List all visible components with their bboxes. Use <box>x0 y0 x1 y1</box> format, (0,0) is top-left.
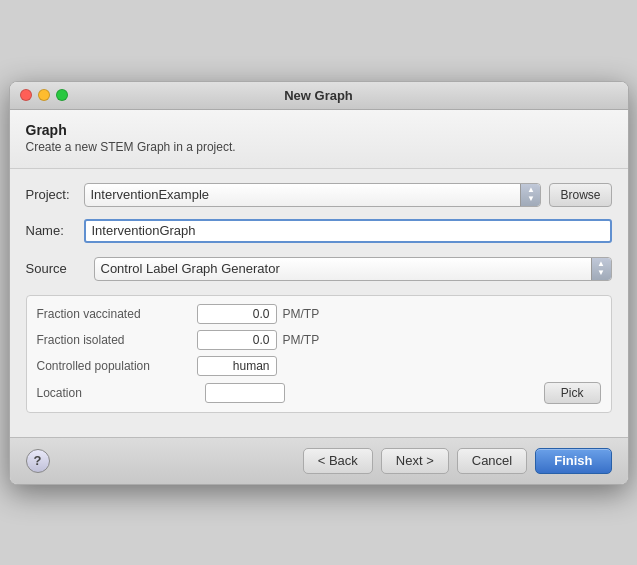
name-input[interactable] <box>84 219 612 243</box>
source-combo-up-icon: ▲ <box>597 260 605 268</box>
fraction-vaccinated-row: Fraction vaccinated PM/TP <box>37 304 601 324</box>
project-row: Project: InterventionExample ▲ ▼ Browse <box>26 183 612 207</box>
controlled-population-label: Controlled population <box>37 359 197 373</box>
cancel-button[interactable]: Cancel <box>457 448 527 474</box>
traffic-lights <box>20 89 68 101</box>
next-button[interactable]: Next > <box>381 448 449 474</box>
fraction-vaccinated-input[interactable] <box>197 304 277 324</box>
source-combo-value: Control Label Graph Generator <box>101 261 587 276</box>
browse-button[interactable]: Browse <box>549 183 611 207</box>
new-graph-dialog: New Graph Graph Create a new STEM Graph … <box>9 81 629 485</box>
project-combo-arrows: ▲ ▼ <box>520 184 540 206</box>
header-subtitle: Create a new STEM Graph in a project. <box>26 140 612 154</box>
finish-button[interactable]: Finish <box>535 448 611 474</box>
source-row: Source Control Label Graph Generator ▲ ▼ <box>26 257 612 281</box>
header-section-title: Graph <box>26 122 612 138</box>
controlled-population-input[interactable] <box>197 356 277 376</box>
fields-section: Fraction vaccinated PM/TP Fraction isola… <box>26 295 612 413</box>
source-combo-down-icon: ▼ <box>597 269 605 277</box>
maximize-button[interactable] <box>56 89 68 101</box>
source-combo-arrows: ▲ ▼ <box>591 258 611 280</box>
fraction-vaccinated-unit: PM/TP <box>283 307 323 321</box>
project-combo[interactable]: InterventionExample ▲ ▼ <box>84 183 542 207</box>
help-button[interactable]: ? <box>26 449 50 473</box>
fraction-isolated-input[interactable] <box>197 330 277 350</box>
back-button[interactable]: < Back <box>303 448 373 474</box>
combo-up-arrow-icon: ▲ <box>527 186 535 194</box>
location-row: Location Pick <box>37 382 601 404</box>
combo-down-arrow-icon: ▼ <box>527 195 535 203</box>
minimize-button[interactable] <box>38 89 50 101</box>
source-label: Source <box>26 261 86 276</box>
fraction-isolated-row: Fraction isolated PM/TP <box>37 330 601 350</box>
project-combo-value: InterventionExample <box>91 187 517 202</box>
fraction-isolated-unit: PM/TP <box>283 333 323 347</box>
footer: ? < Back Next > Cancel Finish <box>10 437 628 484</box>
name-label: Name: <box>26 223 76 238</box>
fraction-vaccinated-label: Fraction vaccinated <box>37 307 197 321</box>
source-combo[interactable]: Control Label Graph Generator ▲ ▼ <box>94 257 612 281</box>
fraction-isolated-label: Fraction isolated <box>37 333 197 347</box>
location-label: Location <box>37 386 197 400</box>
name-row: Name: <box>26 219 612 243</box>
controlled-population-row: Controlled population <box>37 356 601 376</box>
header-section: Graph Create a new STEM Graph in a proje… <box>10 110 628 169</box>
close-button[interactable] <box>20 89 32 101</box>
titlebar: New Graph <box>10 82 628 110</box>
dialog-title: New Graph <box>284 88 353 103</box>
location-input[interactable] <box>205 383 285 403</box>
pick-button[interactable]: Pick <box>544 382 601 404</box>
project-label: Project: <box>26 187 76 202</box>
content-section: Project: InterventionExample ▲ ▼ Browse … <box>10 169 628 437</box>
